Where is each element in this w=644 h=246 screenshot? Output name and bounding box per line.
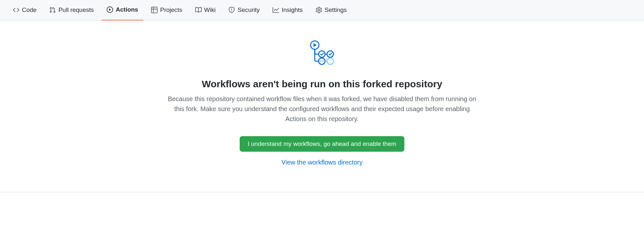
tab-pull-requests[interactable]: Pull requests (44, 0, 99, 21)
svg-point-7 (327, 58, 333, 64)
page-divider (0, 192, 644, 192)
tab-wiki[interactable]: Wiki (190, 0, 221, 21)
tab-settings[interactable]: Settings (311, 0, 352, 21)
svg-point-6 (322, 61, 323, 62)
repo-nav: Code Pull requests Actions Projects Wiki… (0, 0, 644, 21)
tab-label: Security (237, 6, 260, 14)
tab-label: Settings (325, 6, 347, 14)
git-pull-request-icon (49, 7, 56, 13)
svg-point-4 (319, 58, 325, 64)
tab-label: Pull requests (58, 6, 94, 14)
view-workflows-link[interactable]: View the workflows directory (282, 159, 363, 166)
tab-actions[interactable]: Actions (101, 0, 143, 21)
workflow-illustration-icon (308, 40, 337, 67)
tab-label: Insights (282, 6, 303, 14)
tab-projects[interactable]: Projects (146, 0, 187, 21)
tab-label: Actions (116, 6, 138, 13)
tab-label: Projects (160, 6, 182, 14)
table-icon (151, 7, 158, 13)
play-circle-icon (107, 6, 113, 13)
blankslate-heading: Workflows aren't being run on this forke… (202, 79, 442, 90)
enable-workflows-button[interactable]: I understand my workflows, go ahead and … (240, 136, 405, 152)
tab-insights[interactable]: Insights (267, 0, 308, 21)
code-icon (13, 7, 19, 13)
tab-label: Wiki (204, 6, 216, 14)
svg-point-5 (320, 61, 321, 62)
actions-disabled-blankslate: Workflows aren't being run on this forke… (0, 21, 644, 192)
tab-code[interactable]: Code (8, 0, 42, 21)
blankslate-description: Because this repository contained workfl… (168, 94, 477, 124)
svg-point-1 (319, 51, 325, 57)
svg-point-2 (327, 51, 333, 57)
tab-label: Code (22, 6, 36, 14)
shield-icon (228, 7, 235, 13)
book-icon (195, 7, 202, 13)
tab-security[interactable]: Security (223, 0, 265, 21)
graph-icon (273, 7, 279, 13)
gear-icon (316, 7, 322, 13)
